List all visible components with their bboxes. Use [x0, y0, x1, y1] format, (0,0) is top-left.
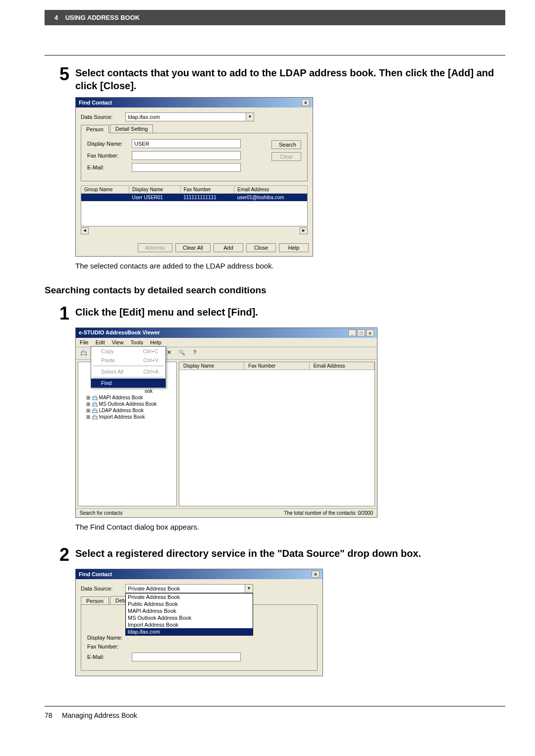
table-row[interactable]: User USER01 111111111111 user01@toshiba.…: [81, 194, 308, 202]
clear-button[interactable]: Clear: [271, 152, 301, 161]
tab-person[interactable]: Person: [81, 596, 109, 605]
dialog-titlebar: Find Contact ×: [76, 98, 313, 108]
fax-number-label: Fax Number:: [87, 153, 132, 159]
footer-section: Managing Address Book: [62, 711, 137, 719]
section-divider: [45, 55, 505, 55]
display-name-input[interactable]: [132, 139, 241, 148]
page-footer: 78 Managing Address Book: [45, 706, 505, 719]
page-number: 78: [45, 711, 53, 719]
close-icon[interactable]: ×: [302, 99, 310, 106]
addressbook-viewer-screenshot: e-STUDIO AddressBook Viewer _ □ × File E…: [75, 327, 505, 518]
tree-node-mapi[interactable]: ⊞ 📇 MAPI Address Book: [80, 394, 174, 401]
step1-caption: The Find Contact dialog box appears.: [75, 523, 505, 531]
menu-item-copy[interactable]: Copy Ctrl+C: [91, 347, 165, 356]
tree-node-import[interactable]: ⊞ 📇 Import Address Book: [80, 414, 174, 420]
email-input[interactable]: [132, 652, 241, 661]
menu-help[interactable]: Help: [150, 339, 161, 345]
edit-menu-dropdown: Copy Ctrl+C Paste Ctrl+V Select All Ctrl…: [91, 346, 166, 388]
toolbar-icon[interactable]: 📇: [79, 349, 89, 358]
data-source-label: Data Source:: [81, 586, 125, 592]
data-source-combo[interactable]: [125, 584, 245, 593]
search-button[interactable]: Search: [271, 140, 301, 149]
data-source-label: Data Source:: [81, 114, 125, 120]
dropdown-option[interactable]: Private Address Book: [126, 594, 253, 600]
find-contact-dropdown-screenshot: Find Contact × Data Source: ▼ Private Ad…: [75, 569, 505, 676]
col-group-name[interactable]: Group Name: [81, 186, 129, 194]
step-2: 2 Select a registered directory service …: [45, 546, 505, 564]
minimize-icon[interactable]: _: [348, 329, 356, 336]
tree-node-ldap[interactable]: ⊞ 📇 LDAP Address Book: [80, 407, 174, 414]
dialog-title: Find Contact: [79, 100, 112, 106]
dropdown-option[interactable]: Public Address Book: [126, 600, 253, 607]
data-source-combo[interactable]: [125, 112, 246, 121]
scroll-left-icon[interactable]: ◄: [81, 227, 89, 234]
dropdown-option[interactable]: MAPI Address Book: [126, 607, 253, 614]
col-email-address[interactable]: Email Address: [234, 186, 308, 194]
viewer-titlebar: e-STUDIO AddressBook Viewer _ □ ×: [76, 328, 377, 338]
email-label: E-Mail:: [87, 164, 132, 170]
step-instruction: Select a registered directory service in…: [75, 546, 505, 560]
menu-item-select-all[interactable]: Select All Ctrl+A: [91, 367, 165, 376]
step-number: 5: [45, 65, 69, 83]
fax-number-input[interactable]: [132, 151, 241, 160]
col-email-address[interactable]: Email Address: [310, 362, 374, 370]
chapter-num: 4: [54, 14, 58, 21]
fax-number-label: Fax Number:: [87, 644, 132, 649]
close-icon[interactable]: ×: [366, 329, 374, 336]
dialog-title: Find Contact: [79, 571, 112, 577]
dialog-titlebar: Find Contact ×: [76, 569, 322, 579]
dropdown-option[interactable]: MS Outlook Address Book: [126, 614, 253, 621]
scroll-right-icon[interactable]: ►: [300, 227, 308, 234]
results-table: Group Name Display Name Fax Number Email…: [81, 185, 308, 226]
add-button[interactable]: Add: [214, 243, 243, 252]
chevron-down-icon[interactable]: ▼: [246, 112, 254, 121]
tab-person[interactable]: Person: [81, 125, 109, 133]
dropdown-option[interactable]: ldap.ifax.com: [126, 628, 253, 635]
email-label: E-Mail:: [87, 654, 132, 660]
step-1: 1 Click the [Edit] menu and select [Find…: [45, 305, 505, 323]
step-5: 5 Select contacts that you want to add t…: [45, 65, 505, 92]
col-display-name[interactable]: Display Name: [129, 186, 180, 194]
maximize-icon[interactable]: □: [357, 329, 365, 336]
step5-caption: The selected contacts are added to the L…: [75, 262, 505, 270]
email-input[interactable]: [132, 163, 241, 172]
find-icon[interactable]: 🔍: [177, 349, 187, 358]
step-number: 1: [45, 305, 69, 323]
step-instruction: Click the [Edit] menu and select [Find].: [75, 305, 505, 319]
col-fax-number[interactable]: Fax Number: [244, 362, 309, 370]
statusbar: Search for contacts The total number of …: [76, 508, 377, 517]
status-left: Search for contacts: [80, 510, 122, 516]
step-number: 2: [45, 546, 69, 564]
address-button[interactable]: Address: [138, 243, 172, 252]
tab-detail-setting[interactable]: Detail Setting: [110, 124, 153, 133]
find-contact-dialog-screenshot: Find Contact × Data Source: ▼ Person Det…: [75, 97, 505, 257]
close-button[interactable]: Close: [246, 243, 276, 252]
close-icon[interactable]: ×: [312, 571, 320, 578]
tree-node[interactable]: ook: [80, 388, 174, 394]
dropdown-option[interactable]: Import Address Book: [126, 621, 253, 628]
menu-item-find[interactable]: Find: [91, 378, 165, 387]
col-display-name[interactable]: Display Name: [179, 362, 244, 370]
clear-all-button[interactable]: Clear All: [175, 243, 211, 252]
page-header: 4 USING ADDRESS BOOK: [45, 10, 505, 25]
list-pane: Display Name Fax Number Email Address: [179, 362, 375, 506]
subheading: Searching contacts by detailed search co…: [45, 285, 505, 296]
data-source-dropdown-list: Private Address Book Public Address Book…: [125, 593, 253, 636]
help-button[interactable]: Help: [279, 243, 309, 252]
tree-node-outlook[interactable]: ⊞ 📇 MS Outlook Address Book: [80, 401, 174, 407]
status-right: The total number of the contacts: 0/2000: [284, 510, 373, 516]
step-instruction: Select contacts that you want to add to …: [75, 65, 505, 92]
chapter-title: USING ADDRESS BOOK: [65, 14, 140, 21]
menu-file[interactable]: File: [80, 339, 89, 345]
viewer-title: e-STUDIO AddressBook Viewer: [79, 329, 160, 336]
help-icon[interactable]: ?: [190, 349, 200, 358]
menu-item-paste[interactable]: Paste Ctrl+V: [91, 356, 165, 365]
menu-view[interactable]: View: [112, 339, 124, 345]
menu-edit[interactable]: Edit: [96, 339, 105, 345]
col-fax-number[interactable]: Fax Number: [180, 186, 234, 194]
menu-tools[interactable]: Tools: [130, 339, 143, 345]
chevron-down-icon[interactable]: ▼: [245, 584, 253, 593]
display-name-label: Display Name:: [87, 141, 132, 147]
